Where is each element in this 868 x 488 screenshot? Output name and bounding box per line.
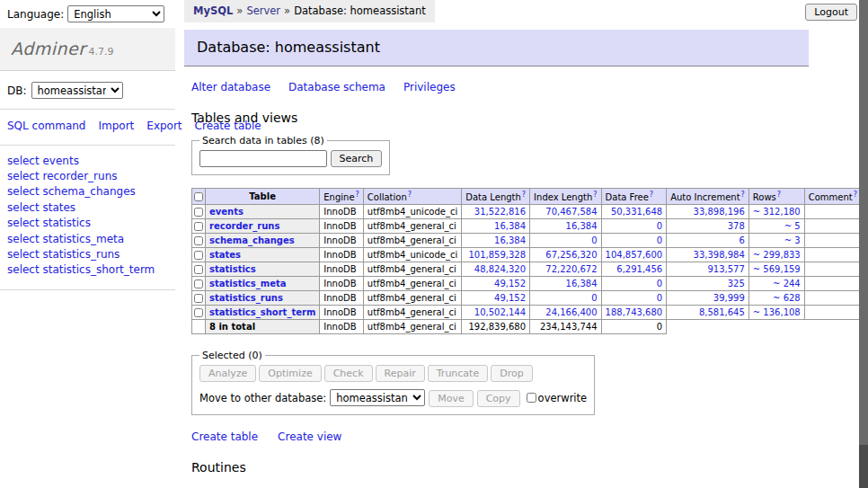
data-length-link[interactable]: 49,152 [462, 277, 530, 291]
table-name-link[interactable]: statistics_short_term [209, 307, 315, 317]
rows-count-link[interactable]: ~ 569,159 [748, 262, 804, 277]
row-checkbox[interactable] [194, 236, 203, 245]
row-checkbox[interactable] [194, 208, 203, 217]
auto-increment-link[interactable]: 33,898,196 [667, 205, 749, 219]
index-length-link[interactable]: 0 [530, 291, 601, 306]
link-database-schema[interactable]: Database schema [288, 81, 385, 93]
analyze-button[interactable]: Analyze [199, 365, 256, 382]
language-select[interactable]: English [67, 5, 164, 22]
auto-increment-link[interactable]: 6 [667, 234, 749, 248]
move-button[interactable]: Move [429, 390, 474, 407]
link-create-table[interactable]: Create table [191, 430, 258, 443]
check-button[interactable]: Check [324, 365, 373, 382]
sidebar-select-statistics-runs[interactable]: select statistics_runs [7, 247, 168, 262]
search-input[interactable] [199, 150, 327, 167]
overwrite-checkbox[interactable] [527, 393, 536, 403]
column-help-link[interactable]: ? [777, 191, 781, 199]
row-checkbox[interactable] [194, 222, 203, 231]
select-all-checkbox[interactable] [194, 192, 203, 201]
sidebar-link-export[interactable]: Export [146, 120, 182, 132]
data-free-link[interactable]: 188,743,680 [601, 306, 667, 320]
index-length-link[interactable]: 24,166,400 [530, 306, 601, 320]
table-name-link[interactable]: events [209, 207, 244, 217]
sidebar-select-statistics-short-term[interactable]: select statistics_short_term [7, 262, 168, 278]
table-name-link[interactable]: states [209, 250, 241, 260]
data-length-link[interactable]: 31,522,816 [462, 205, 530, 219]
sidebar-link-import[interactable]: Import [98, 120, 134, 132]
rows-count-link[interactable]: ~ 244 [748, 277, 804, 291]
column-help-link[interactable]: ? [522, 191, 526, 199]
auto-increment-link[interactable]: 33,398,984 [667, 248, 749, 262]
drop-button[interactable]: Drop [491, 365, 532, 382]
rows-count-link[interactable]: ~ 3 [748, 234, 804, 248]
index-length-link[interactable]: 70,467,584 [530, 205, 601, 219]
truncate-button[interactable]: Truncate [428, 365, 488, 382]
scrollbar-thumb[interactable] [859, 0, 868, 445]
data-free-link[interactable]: 6,291,456 [601, 262, 667, 277]
data-free-link[interactable]: 0 [601, 291, 667, 306]
rows-count-link[interactable]: ~ 5 [748, 219, 804, 234]
sidebar-link-sql-command[interactable]: SQL command [7, 120, 85, 132]
row-checkbox[interactable] [194, 279, 203, 288]
index-length-link[interactable]: 67,256,320 [530, 248, 601, 262]
data-free-link[interactable]: 0 [601, 219, 667, 234]
breadcrumb-link-mysql[interactable]: MySQL [193, 4, 233, 17]
sidebar-select-states[interactable]: select states [7, 200, 168, 216]
row-checkbox[interactable] [194, 294, 203, 303]
auto-increment-link[interactable]: 8,581,645 [667, 306, 749, 320]
row-checkbox[interactable] [194, 265, 203, 274]
data-length-link[interactable]: 10,502,144 [462, 306, 530, 320]
table-name-link[interactable]: schema_changes [209, 235, 295, 245]
link-privileges[interactable]: Privileges [403, 81, 456, 93]
row-checkbox[interactable] [194, 251, 203, 260]
table-name-link[interactable]: statistics [209, 264, 256, 274]
data-length-link[interactable]: 48,824,320 [462, 262, 530, 277]
rows-count-link[interactable]: ~ 136,108 [748, 306, 804, 320]
copy-button[interactable]: Copy [477, 390, 520, 407]
link-alter-database[interactable]: Alter database [191, 81, 270, 93]
auto-increment-link[interactable]: 378 [667, 219, 749, 234]
data-length-link[interactable]: 49,152 [462, 291, 530, 306]
data-length-link[interactable]: 16,384 [462, 234, 530, 248]
index-length-link[interactable]: 0 [530, 234, 601, 248]
sidebar-select-recorder-runs[interactable]: select recorder_runs [7, 169, 168, 184]
sidebar-select-schema-changes[interactable]: select schema_changes [7, 184, 168, 200]
data-free-link[interactable]: 0 [601, 277, 667, 291]
auto-increment-link[interactable]: 39,999 [667, 291, 749, 306]
breadcrumb-link-server[interactable]: Server [246, 4, 280, 17]
data-free-link[interactable]: 0 [601, 234, 667, 248]
column-help-link[interactable]: ? [593, 191, 597, 199]
auto-increment-link[interactable]: 325 [667, 277, 749, 291]
logout-button[interactable]: Logout [805, 4, 857, 21]
data-length-link[interactable]: 16,384 [462, 219, 530, 234]
column-help-link[interactable]: ? [741, 191, 745, 199]
table-name-link[interactable]: statistics_runs [209, 293, 283, 303]
sidebar-select-statistics[interactable]: select statistics [7, 216, 168, 231]
table-name-link[interactable]: recorder_runs [209, 221, 279, 231]
column-help-link[interactable]: ? [356, 191, 359, 199]
link-create-view[interactable]: Create view [278, 430, 341, 443]
rows-count-link[interactable]: ~ 628 [748, 291, 804, 306]
auto-increment-link[interactable]: 913,577 [667, 262, 749, 277]
index-length-link[interactable]: 16,384 [530, 277, 601, 291]
data-free-link[interactable]: 50,331,648 [601, 205, 667, 219]
sidebar-select-events[interactable]: select events [7, 154, 168, 169]
rows-count-link[interactable]: ~ 299,833 [748, 248, 804, 262]
data-length-link[interactable]: 101,859,328 [462, 248, 530, 262]
db-select[interactable]: homeassistant [31, 82, 123, 99]
column-help-link[interactable]: ? [854, 191, 857, 199]
column-help-link[interactable]: ? [408, 191, 412, 199]
adminer-logo[interactable]: Adminer [11, 39, 86, 58]
row-checkbox[interactable] [194, 308, 203, 317]
sidebar-select-statistics-meta[interactable]: select statistics_meta [7, 232, 168, 247]
rows-count-link[interactable]: ~ 312,180 [748, 205, 804, 219]
index-length-link[interactable]: 16,384 [530, 219, 601, 234]
index-length-link[interactable]: 72,220,672 [530, 262, 601, 277]
column-help-link[interactable]: ? [650, 191, 653, 199]
move-db-select[interactable]: homeassistant [330, 389, 425, 406]
optimize-button[interactable]: Optimize [259, 365, 321, 382]
window-scrollbar[interactable] [859, 0, 868, 488]
search-button[interactable]: Search [331, 150, 383, 167]
data-free-link[interactable]: 104,857,600 [601, 248, 667, 262]
repair-button[interactable]: Repair [376, 365, 425, 382]
